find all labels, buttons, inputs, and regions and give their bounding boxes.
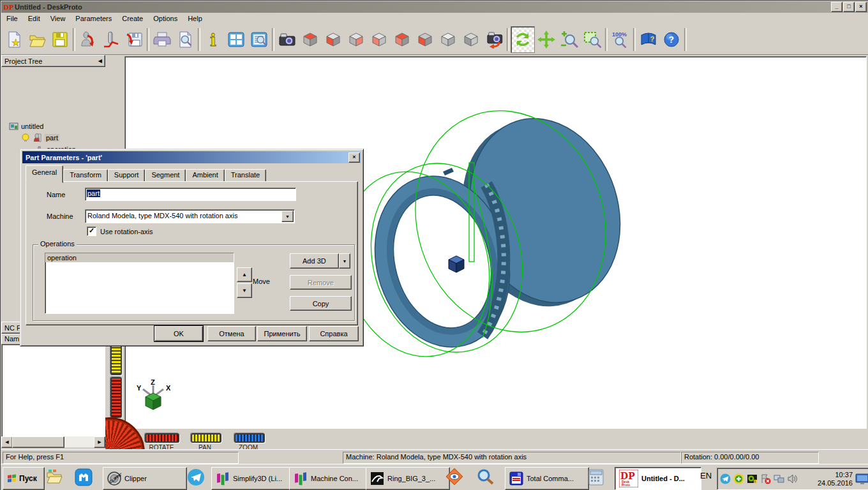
tree-item-untitled[interactable]: untitled xyxy=(9,121,43,131)
calculate-toolpaths-button[interactable] xyxy=(100,27,123,52)
view-right-icon xyxy=(416,31,434,48)
rotate-vertical-slider[interactable] xyxy=(110,377,122,418)
print-button[interactable] xyxy=(151,27,174,52)
help-about-button[interactable]: ? xyxy=(660,27,683,52)
load-geometry-button[interactable] xyxy=(77,27,100,52)
view-right-button[interactable] xyxy=(414,27,437,52)
dialog-close-button[interactable]: × xyxy=(348,152,360,163)
task-simplify3d[interactable]: Simplify3D (Li... xyxy=(211,467,296,490)
menu-help[interactable]: Help xyxy=(183,13,207,24)
quick-launch-search[interactable] xyxy=(475,468,495,486)
language-indicator[interactable]: EN xyxy=(698,471,714,480)
task-deskproto[interactable]: DP DeskProto Untitled - D... xyxy=(615,467,701,490)
machine-dropdown-arrow-icon[interactable]: ▼ xyxy=(281,211,294,222)
task-machine-control[interactable]: Machine Con... xyxy=(289,467,372,490)
new-file-button[interactable]: ★ xyxy=(3,27,26,52)
tree-item-part[interactable]: part xyxy=(20,133,59,142)
print-preview-button[interactable] xyxy=(174,27,197,52)
zoom-view-button[interactable] xyxy=(558,27,581,52)
scroll-left-icon[interactable]: ◀ xyxy=(1,436,13,448)
add-3d-dropdown-icon[interactable]: ▼ xyxy=(339,253,350,269)
menu-parameters[interactable]: Parameters xyxy=(70,13,117,24)
total-commander-icon xyxy=(509,471,523,486)
cancel-button[interactable]: Отмена xyxy=(207,326,256,341)
system-tray: ! 10:37 24.05.2016 xyxy=(717,468,868,490)
zoom-slider[interactable] xyxy=(234,433,265,443)
menu-view[interactable]: View xyxy=(45,13,71,24)
help-contents-button[interactable]: ? xyxy=(637,27,660,52)
ok-button[interactable]: OK xyxy=(154,326,203,341)
nvidia-tray-icon[interactable]: ! xyxy=(747,473,758,484)
volume-tray-icon[interactable] xyxy=(787,473,798,484)
punto-tray-icon[interactable] xyxy=(733,473,744,484)
task-total-commander[interactable]: Total Comma... xyxy=(505,467,589,490)
move-down-button[interactable]: ▼ xyxy=(237,283,252,298)
view-iso-button[interactable] xyxy=(437,27,460,52)
camera-view-button[interactable] xyxy=(276,27,299,52)
menu-options[interactable]: Options xyxy=(148,13,183,24)
quick-launch-faststone[interactable] xyxy=(446,468,463,485)
task-clipper[interactable]: CLIPPER Clipper xyxy=(103,467,187,490)
write-nc-file-button[interactable] xyxy=(123,27,146,52)
pan-slider[interactable] xyxy=(191,433,221,443)
menu-edit[interactable]: Edit xyxy=(23,13,45,24)
scrollbar-thumb[interactable] xyxy=(12,436,64,448)
show-desktop-icon[interactable] xyxy=(855,473,868,485)
task-rhino-ring[interactable]: Ring_BIG_3_... xyxy=(366,467,450,490)
pan-view-button[interactable] xyxy=(535,27,558,52)
camera-reset-button[interactable] xyxy=(483,27,505,52)
start-button[interactable]: Пуск xyxy=(3,467,45,490)
close-button[interactable]: × xyxy=(855,2,867,12)
view-bottom-button[interactable] xyxy=(322,27,345,52)
quick-launch-calculator[interactable] xyxy=(588,468,604,486)
quick-launch-maxthon[interactable] xyxy=(75,468,93,486)
telegram-tray-icon[interactable] xyxy=(720,473,731,484)
zoom-window-button[interactable] xyxy=(581,27,604,52)
name-input[interactable]: part xyxy=(85,188,296,201)
add-3d-button[interactable]: Add 3D xyxy=(290,253,339,269)
restore-button[interactable]: □ xyxy=(843,2,855,12)
dialog-title-bar[interactable]: Part Parameters - 'part' × xyxy=(22,151,361,163)
nc-files-list[interactable] xyxy=(1,344,107,438)
help-button[interactable]: Справка xyxy=(309,326,359,341)
toolbar-separator xyxy=(198,28,200,51)
save-icon xyxy=(51,31,69,48)
view-back-button[interactable] xyxy=(368,27,391,52)
scroll-right-icon[interactable]: ▶ xyxy=(94,436,105,448)
menu-create[interactable]: Create xyxy=(117,13,148,24)
use-rotation-axis-checkbox[interactable] xyxy=(87,226,96,236)
open-file-button[interactable] xyxy=(26,27,49,52)
minimize-button[interactable]: _ xyxy=(831,2,842,12)
printer-icon xyxy=(153,31,171,48)
report-view-button[interactable] xyxy=(248,27,271,52)
title-bar[interactable]: DP Untitled - DeskProto _ □ × xyxy=(1,1,868,13)
toolbar: ★ i xyxy=(1,24,868,55)
rotate-view-button[interactable] xyxy=(511,26,535,53)
horizontal-scrollbar[interactable]: ◀ ▶ xyxy=(1,436,105,447)
move-up-button[interactable]: ▲ xyxy=(237,267,252,282)
rotate-slider[interactable] xyxy=(145,433,179,443)
apply-button[interactable]: Применить xyxy=(257,326,307,341)
copy-button[interactable]: Copy xyxy=(290,296,352,311)
tab-general[interactable]: General xyxy=(26,165,63,183)
menu-file[interactable]: File xyxy=(1,13,23,24)
split-window-button[interactable] xyxy=(225,27,248,52)
view-iso-2-button[interactable] xyxy=(460,27,483,52)
network-tray-icon[interactable] xyxy=(774,473,784,484)
quick-launch-folder[interactable] xyxy=(45,468,63,485)
save-file-button[interactable] xyxy=(49,27,71,52)
remove-button[interactable]: Remove xyxy=(290,275,352,290)
menu-bar: File Edit View Parameters Create Options… xyxy=(1,13,868,24)
info-button[interactable]: i xyxy=(202,27,225,52)
collapse-panel-icon[interactable]: ◀ xyxy=(98,58,102,64)
simplify3d-icon xyxy=(216,471,230,486)
operation-list-item[interactable]: operation xyxy=(45,253,234,262)
view-front-button[interactable] xyxy=(345,27,368,52)
network-error-tray-icon[interactable] xyxy=(760,473,771,484)
machine-dropdown[interactable]: Roland Modela, type MDX-540 with rotatio… xyxy=(85,209,295,223)
view-left-button[interactable] xyxy=(391,27,414,52)
quick-launch-telegram[interactable] xyxy=(187,468,205,486)
operations-listbox[interactable]: operation xyxy=(45,253,234,314)
zoom-100-button[interactable]: 100% xyxy=(609,27,632,52)
view-top-button[interactable] xyxy=(299,27,322,52)
